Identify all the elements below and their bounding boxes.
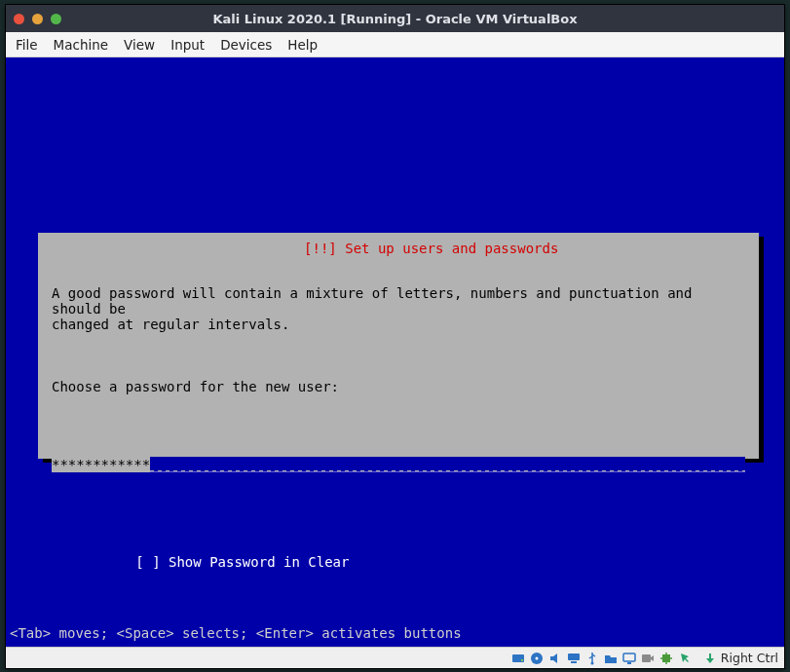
statusbar: Right Ctrl	[6, 647, 784, 668]
virtualbox-window: Kali Linux 2020.1 [Running] - Oracle VM …	[5, 4, 785, 669]
help-footer: <Tab> moves; <Space> selects; <Enter> ac…	[10, 625, 462, 641]
hostkey-icon	[702, 651, 718, 666]
recording-icon[interactable]	[640, 651, 656, 666]
vm-display[interactable]: [!!] Set up users and passwords A good p…	[6, 57, 784, 647]
password-input[interactable]: ************	[52, 457, 745, 472]
hostkey-indicator[interactable]: Right Ctrl	[702, 651, 778, 666]
menu-view[interactable]: View	[124, 37, 155, 53]
hard-disk-icon[interactable]	[510, 651, 526, 666]
show-password-checkbox[interactable]: [ ] Show Password in Clear	[133, 554, 351, 570]
menu-machine[interactable]: Machine	[54, 37, 109, 53]
window-title: Kali Linux 2020.1 [Running] - Oracle VM …	[6, 12, 784, 26]
installer-dialog: [!!] Set up users and passwords A good p…	[38, 233, 759, 459]
svg-rect-4	[568, 653, 580, 660]
titlebar[interactable]: Kali Linux 2020.1 [Running] - Oracle VM …	[6, 5, 784, 32]
maximize-icon[interactable]	[51, 14, 61, 24]
dialog-title-row: [!!] Set up users and passwords	[38, 225, 759, 272]
svg-rect-7	[623, 653, 635, 661]
password-input-blank	[150, 457, 745, 472]
dialog-title: [!!] Set up users and passwords	[304, 241, 558, 256]
svg-rect-9	[642, 654, 651, 662]
optical-drive-icon[interactable]	[529, 651, 545, 666]
svg-rect-10	[662, 654, 670, 662]
menubar: File Machine View Input Devices Help	[6, 32, 784, 57]
password-prompt: Choose a password for the new user:	[52, 379, 745, 394]
network-icon[interactable]	[566, 651, 582, 666]
hostkey-label: Right Ctrl	[721, 651, 778, 665]
svg-rect-8	[627, 662, 631, 664]
dialog-info-text: A good password will contain a mixture o…	[52, 285, 745, 332]
menu-devices[interactable]: Devices	[220, 37, 272, 53]
display-icon[interactable]	[621, 651, 637, 666]
menu-help[interactable]: Help	[287, 37, 318, 53]
minimize-icon[interactable]	[32, 14, 43, 24]
svg-point-1	[521, 659, 523, 661]
window-controls	[14, 14, 61, 24]
shared-folder-icon[interactable]	[603, 651, 619, 666]
menu-file[interactable]: File	[16, 37, 38, 53]
cpu-icon[interactable]	[658, 651, 674, 666]
password-value: ************	[52, 457, 150, 472]
audio-icon[interactable]	[547, 651, 563, 666]
svg-rect-5	[571, 661, 577, 663]
menu-input[interactable]: Input	[170, 37, 205, 53]
mouse-integration-icon[interactable]	[677, 651, 693, 666]
usb-icon[interactable]	[584, 651, 600, 666]
svg-point-3	[535, 656, 538, 659]
close-icon[interactable]	[14, 14, 24, 24]
svg-point-6	[590, 661, 593, 664]
